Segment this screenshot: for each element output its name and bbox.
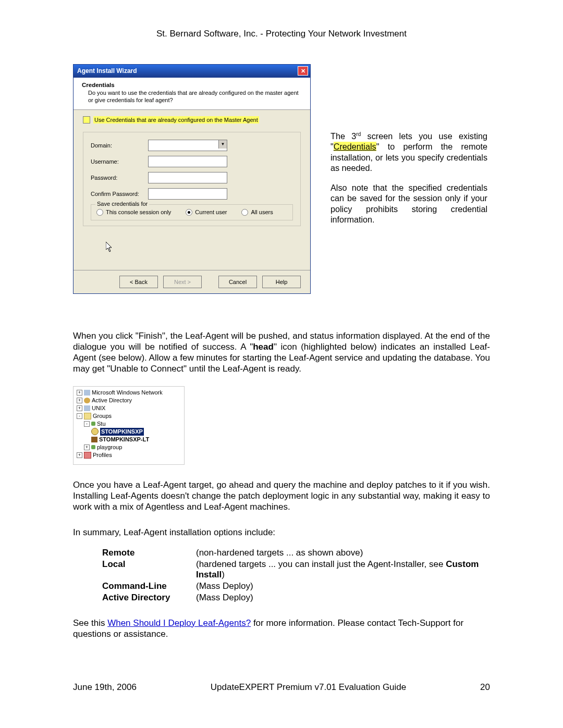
confirm-password-label: Confirm Password:: [91, 191, 148, 197]
install-options-list: Remote (non-hardened targets ... as show…: [102, 548, 490, 603]
option-active-directory: Active Directory (Mass Deploy): [102, 593, 490, 603]
radio-all-users[interactable]: All users: [241, 209, 273, 216]
tree-label: playgroup: [97, 443, 122, 451]
plus-icon[interactable]: +: [84, 445, 90, 450]
radio-icon[interactable]: [241, 209, 248, 216]
page-footer: June 19th, 2006 UpdateEXPERT Premium v7.…: [73, 682, 490, 693]
option-key: Command-Line: [102, 581, 196, 591]
agent-install-wizard: Agent Install Wizard ✕ Credentials Do yo…: [73, 64, 311, 294]
group-icon: [91, 445, 95, 449]
master-credentials-checkbox-label: Use Credentials that are already configu…: [93, 116, 259, 124]
paragraph-summary: In summary, Leaf-Agent installation opti…: [73, 527, 490, 538]
tree-item-stu[interactable]: - Stu: [84, 420, 181, 428]
wizard-title: Agent Install Wizard: [77, 67, 137, 75]
save-credentials-fieldset: Save credentials for This console sessio…: [91, 204, 293, 220]
option-remote: Remote (non-hardened targets ... as show…: [102, 548, 490, 558]
plus-icon[interactable]: +: [77, 398, 82, 403]
tree-item-profiles[interactable]: + Profiles: [77, 451, 181, 459]
username-label: Username:: [91, 158, 148, 165]
group-icon: [91, 422, 95, 426]
wizard-titlebar[interactable]: Agent Install Wizard ✕: [74, 65, 310, 78]
option-key: Remote: [102, 548, 196, 558]
tree-label: STOMPKINSXP-LT: [99, 436, 149, 443]
confirm-password-input[interactable]: [148, 188, 227, 200]
help-button[interactable]: Help: [262, 276, 301, 288]
wizard-body: Use Credentials that are already configu…: [74, 110, 310, 270]
tree-label-selected: STOMPKINSXP: [100, 428, 144, 436]
paragraph-finish: When you click "Finish", the Leaf-Agent …: [73, 330, 490, 375]
back-button[interactable]: < Back: [119, 276, 158, 288]
close-icon[interactable]: ✕: [298, 66, 308, 76]
tree-label: Active Directory: [92, 397, 132, 404]
radio-label: All users: [251, 209, 273, 215]
network-icon: [84, 390, 90, 396]
footer-date: June 19th, 2006: [73, 682, 137, 693]
text: See this: [73, 618, 107, 628]
radio-label: Current user: [195, 209, 227, 215]
option-key: Local: [102, 559, 196, 580]
radio-label: This console session only: [106, 209, 171, 215]
tree-item-windows-network[interactable]: + Microsoft Windows Network: [77, 389, 181, 397]
domain-combobox[interactable]: ▼: [148, 140, 227, 151]
option-val: (non-hardened targets ... as shown above…: [196, 548, 490, 558]
text: (hardened targets ... you can install ju…: [196, 559, 446, 569]
master-credentials-checkbox-row[interactable]: Use Credentials that are already configu…: [83, 116, 301, 124]
cancel-button[interactable]: Cancel: [218, 276, 257, 288]
caption-paragraph-1: The 3rd screen lets you use existing "Cr…: [331, 131, 487, 173]
wizard-header-desc: Do you want to use the credentials that …: [88, 90, 302, 104]
cursor-icon: [106, 242, 301, 254]
minus-icon[interactable]: -: [84, 421, 90, 427]
password-input[interactable]: [148, 172, 227, 183]
paragraph-see-link: See this When Should I Deploy Leaf-Agent…: [73, 618, 490, 640]
tree-label: Groups: [93, 412, 112, 420]
globe-icon: [84, 398, 90, 403]
caption-column: The 3rd screen lets you use existing "Cr…: [331, 131, 487, 234]
tree-label: Microsoft Windows Network: [92, 389, 163, 397]
tree-item-stompkinsxp[interactable]: STOMPKINSXP: [91, 428, 181, 436]
paragraph-once: Once you have a Leaf-Agent target, go ah…: [73, 479, 490, 513]
tree-item-active-directory[interactable]: + Active Directory: [77, 397, 181, 404]
radio-current-user[interactable]: Current user: [186, 209, 227, 216]
tree-item-playgroup[interactable]: + playgroup: [84, 443, 181, 451]
head-icon: [91, 428, 99, 435]
option-val: (hardened targets ... you can install ju…: [196, 559, 490, 580]
caption-paragraph-2: Also note that the specified credentials…: [331, 182, 487, 225]
password-label: Password:: [91, 175, 148, 181]
checkbox-icon[interactable]: [83, 116, 90, 124]
caption-sup: rd: [356, 131, 361, 137]
caption-highlight: Credentials: [334, 142, 376, 151]
radio-console-session[interactable]: This console session only: [96, 209, 171, 216]
next-button[interactable]: Next >: [163, 276, 202, 288]
plus-icon[interactable]: +: [77, 452, 82, 458]
username-input[interactable]: [148, 156, 227, 167]
domain-input[interactable]: [148, 140, 227, 151]
footer-title: UpdateEXPERT Premium v7.01 Evaluation Gu…: [211, 682, 406, 693]
tree-item-stompkinsxp-lt[interactable]: STOMPKINSXP-LT: [91, 436, 181, 443]
minus-icon[interactable]: -: [77, 413, 82, 419]
option-command-line: Command-Line (Mass Deploy): [102, 581, 490, 591]
option-val: (Mass Deploy): [196, 593, 490, 603]
tree-item-groups[interactable]: - Groups: [77, 412, 181, 420]
wizard-footer: < Back Next > Cancel Help: [74, 270, 310, 293]
page-header: St. Bernard Software, Inc. - Protecting …: [0, 0, 563, 39]
tree-item-unix[interactable]: + UNIX: [77, 404, 181, 412]
tree-label: Stu: [97, 420, 106, 428]
tree-view[interactable]: + Microsoft Windows Network + Active Dir…: [73, 386, 185, 465]
folder-icon: [84, 452, 91, 459]
tree-label: UNIX: [92, 404, 105, 412]
deploy-leaf-agents-link[interactable]: When Should I Deploy Leaf-Agents?: [107, 618, 251, 628]
chevron-down-icon[interactable]: ▼: [218, 140, 227, 149]
footer-page: 20: [480, 682, 490, 693]
plus-icon[interactable]: +: [77, 390, 82, 396]
plus-icon[interactable]: +: [77, 405, 82, 411]
option-local: Local (hardened targets ... you can inst…: [102, 559, 490, 580]
tree-label: Profiles: [93, 451, 112, 459]
computer-icon: [91, 437, 97, 442]
folder-icon: [84, 413, 91, 419]
radio-icon[interactable]: [186, 209, 192, 216]
fieldset-legend: Save credentials for: [95, 201, 149, 207]
domain-label: Domain:: [91, 142, 148, 149]
radio-icon[interactable]: [96, 209, 103, 216]
wizard-header: Credentials Do you want to use the crede…: [74, 78, 310, 110]
wizard-header-title: Credentials: [82, 82, 302, 88]
